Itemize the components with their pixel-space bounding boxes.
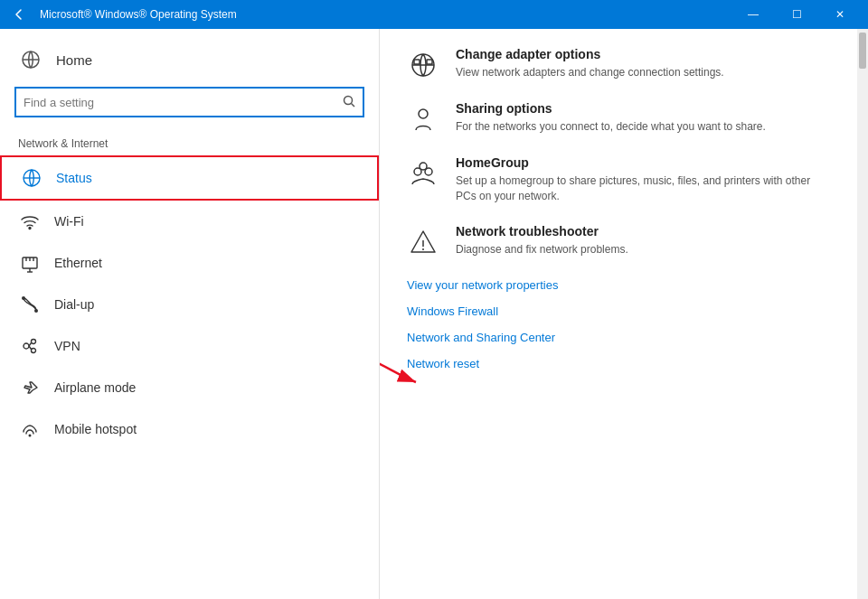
airplane-icon [18, 376, 42, 399]
status-icon [20, 166, 43, 190]
ethernet-icon [18, 251, 42, 275]
sharing-item: Sharing options For the networks you con… [407, 101, 830, 136]
home-icon [18, 47, 43, 72]
svg-point-17 [32, 349, 36, 353]
minimize-button[interactable]: — [732, 0, 774, 29]
svg-point-6 [29, 228, 31, 229]
change-adapter-desc: View network adapters and change connect… [456, 65, 724, 80]
back-button[interactable] [7, 3, 31, 26]
home-nav-item[interactable]: Home [0, 29, 379, 83]
change-adapter-item: Change adapter options View network adap… [407, 47, 830, 81]
nav-list: Status Wi-Fi [0, 155, 379, 599]
vpn-icon [18, 334, 42, 358]
red-arrow-annotation [380, 348, 425, 393]
sidebar: Home Network & Internet [0, 29, 380, 599]
titlebar-left: Microsoft® Windows® Operating System [7, 3, 237, 26]
dialup-icon [18, 293, 42, 316]
troubleshooter-desc: Diagnose and fix network problems. [456, 242, 628, 257]
maximize-button[interactable]: ☐ [776, 0, 817, 29]
titlebar: Microsoft® Windows® Operating System — ☐… [0, 0, 868, 29]
sharing-desc: For the networks you connect to, decide … [456, 119, 766, 135]
sharing-title: Sharing options [456, 101, 766, 116]
home-label: Home [56, 52, 92, 68]
troubleshooter-item: Network troubleshooter Diagnose and fix … [407, 224, 830, 258]
svg-point-14 [34, 309, 38, 313]
svg-rect-24 [427, 60, 432, 64]
homegroup-text: HomeGroup Set up a homegroup to share pi… [456, 155, 830, 204]
troubleshooter-title: Network troubleshooter [456, 224, 628, 239]
vpn-label: VPN [54, 339, 80, 353]
sidebar-item-vpn[interactable]: VPN [0, 325, 379, 367]
svg-line-18 [29, 343, 32, 347]
svg-rect-23 [414, 60, 420, 64]
svg-point-28 [420, 163, 427, 170]
homegroup-title: HomeGroup [456, 155, 830, 170]
homegroup-item: HomeGroup Set up a homegroup to share pi… [407, 155, 830, 204]
sidebar-item-dialup[interactable]: Dial-up [0, 284, 379, 325]
homegroup-icon [407, 157, 439, 190]
scrollbar[interactable] [857, 29, 868, 599]
svg-point-15 [24, 343, 29, 349]
sidebar-item-airplane[interactable]: Airplane mode [0, 367, 379, 408]
svg-line-19 [29, 346, 32, 350]
firewall-link[interactable]: Windows Firewall [407, 304, 830, 318]
svg-point-16 [32, 340, 36, 344]
adapter-icon [407, 49, 439, 81]
close-button[interactable]: ✕ [819, 0, 861, 29]
network-reset-container: Network reset [407, 357, 830, 370]
ethernet-label: Ethernet [54, 256, 102, 270]
sharing-center-link[interactable]: Network and Sharing Center [407, 331, 830, 344]
search-icon [343, 95, 355, 110]
troubleshooter-text: Network troubleshooter Diagnose and fix … [456, 224, 628, 257]
svg-point-2 [344, 96, 353, 104]
status-label: Status [56, 171, 92, 185]
dialup-label: Dial-up [54, 297, 94, 312]
homegroup-desc: Set up a homegroup to share pictures, mu… [456, 173, 830, 204]
section-label: Network & Internet [0, 132, 379, 155]
svg-point-30 [422, 248, 424, 250]
sidebar-item-wifi[interactable]: Wi-Fi [0, 201, 379, 242]
search-box[interactable] [14, 87, 364, 117]
sidebar-item-status[interactable]: Status [0, 155, 379, 201]
content-area: Change adapter options View network adap… [380, 29, 857, 599]
svg-point-25 [419, 109, 428, 118]
hotspot-icon [18, 417, 42, 441]
sidebar-item-hotspot[interactable]: Mobile hotspot [0, 408, 379, 450]
svg-line-3 [352, 103, 355, 107]
window-title: Microsoft® Windows® Operating System [40, 8, 237, 21]
main-container: Home Network & Internet [0, 29, 868, 599]
svg-point-20 [29, 435, 32, 437]
network-properties-link[interactable]: View your network properties [407, 278, 830, 292]
sidebar-item-ethernet[interactable]: Ethernet [0, 242, 379, 284]
wifi-icon [18, 210, 42, 233]
wifi-label: Wi-Fi [54, 214, 84, 229]
hotspot-label: Mobile hotspot [54, 422, 137, 436]
airplane-label: Airplane mode [54, 380, 136, 395]
troubleshooter-icon [407, 226, 439, 258]
svg-point-13 [22, 296, 25, 300]
sharing-icon [407, 103, 439, 136]
change-adapter-text: Change adapter options View network adap… [456, 47, 724, 80]
window-controls: — ☐ ✕ [732, 0, 861, 29]
search-input[interactable] [24, 96, 343, 109]
sharing-text: Sharing options For the networks you con… [456, 101, 766, 135]
change-adapter-title: Change adapter options [456, 47, 724, 61]
